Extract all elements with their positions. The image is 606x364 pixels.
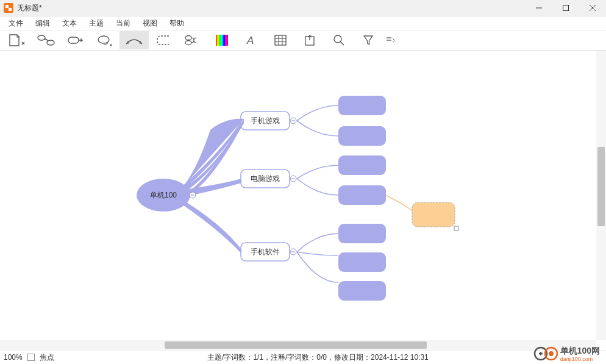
- new-sibling-topic-button[interactable]: [32, 31, 61, 49]
- close-button[interactable]: [579, 0, 606, 16]
- horizontal-scrollbar-thumb[interactable]: [165, 341, 427, 349]
- svg-point-9: [185, 36, 191, 40]
- menu-bar: 文件 编辑 文本 主题 当前 视图 帮助: [0, 16, 606, 30]
- focus-label: 焦点: [40, 352, 54, 363]
- watermark: 单机100网 danji100.com: [533, 343, 600, 364]
- svg-rect-1: [563, 5, 569, 11]
- child-2-label: 电脑游戏: [251, 174, 280, 183]
- svg-rect-6: [68, 37, 79, 43]
- export-button[interactable]: [295, 31, 324, 49]
- svg-point-10: [185, 41, 191, 45]
- mindmap-svg: 单机100 手机游戏 电脑游戏 手机软件: [0, 51, 596, 340]
- new-doc-button[interactable]: [2, 31, 32, 49]
- floating-topic-selected[interactable]: [412, 202, 455, 227]
- menu-topic[interactable]: 主题: [83, 17, 110, 30]
- status-info: 主题/字词数：1/1，注释/字词数：0/0，修改日期：2024-11-12 10…: [207, 352, 429, 363]
- svg-rect-13: [275, 35, 286, 45]
- window-title: 无标题*: [17, 3, 526, 13]
- svg-point-32: [549, 351, 554, 356]
- app-icon: [4, 3, 13, 13]
- menu-file[interactable]: 文件: [2, 17, 29, 30]
- zoom-button[interactable]: [324, 31, 354, 49]
- resize-handle[interactable]: [454, 226, 458, 230]
- relationship-link-button[interactable]: [119, 31, 149, 49]
- leaf-node[interactable]: [338, 126, 386, 146]
- svg-text:A: A: [246, 35, 254, 46]
- menu-current[interactable]: 当前: [110, 17, 137, 30]
- leaf-node[interactable]: [338, 224, 386, 243]
- menu-help[interactable]: 帮助: [163, 17, 190, 30]
- status-bar: 100% 焦点 主题/字词数：1/1，注释/字词数：0/0，修改日期：2024-…: [0, 350, 606, 364]
- toolbar-overflow-button[interactable]: [383, 31, 397, 49]
- menu-view[interactable]: 视图: [137, 17, 163, 30]
- svg-point-7: [98, 36, 109, 43]
- zoom-level[interactable]: 100%: [4, 353, 23, 362]
- filter-button[interactable]: [354, 31, 383, 49]
- focus-checkbox[interactable]: [27, 354, 35, 361]
- summary-button[interactable]: [178, 31, 207, 49]
- canvas[interactable]: 单机100 手机游戏 电脑游戏 手机软件: [0, 51, 596, 340]
- color-picker-button[interactable]: [207, 31, 237, 49]
- new-child-topic-button[interactable]: [61, 31, 90, 49]
- boundary-button[interactable]: [149, 31, 178, 49]
- child-3-label: 手机软件: [251, 248, 280, 256]
- child-1-label: 手机游戏: [251, 116, 280, 125]
- svg-point-4: [38, 35, 45, 40]
- leaf-node[interactable]: [338, 155, 386, 175]
- watermark-icon: [533, 346, 558, 362]
- floating-topic-button[interactable]: [90, 31, 119, 49]
- minimize-button[interactable]: [526, 0, 552, 16]
- leaf-node[interactable]: [338, 252, 386, 272]
- menu-edit[interactable]: 编辑: [29, 17, 56, 30]
- watermark-name: 单机100网: [560, 346, 600, 357]
- maximize-button[interactable]: [552, 0, 579, 16]
- svg-point-5: [47, 40, 54, 45]
- vertical-scrollbar[interactable]: [596, 51, 606, 340]
- svg-point-19: [334, 35, 341, 43]
- svg-rect-11: [216, 35, 228, 46]
- horizontal-scrollbar[interactable]: [0, 340, 596, 350]
- watermark-url: danji100.com: [560, 356, 600, 362]
- table-button[interactable]: [266, 31, 295, 49]
- menu-text[interactable]: 文本: [56, 17, 83, 30]
- svg-line-20: [341, 42, 344, 46]
- leaf-node[interactable]: [338, 96, 386, 115]
- title-bar: 无标题*: [0, 0, 606, 16]
- vertical-scrollbar-thumb[interactable]: [597, 147, 605, 226]
- leaf-node[interactable]: [338, 281, 386, 301]
- root-label: 单机100: [150, 191, 177, 199]
- font-button[interactable]: A: [237, 31, 266, 49]
- svg-point-8: [110, 45, 112, 46]
- leaf-node[interactable]: [338, 185, 386, 205]
- toolbar: A: [0, 30, 606, 51]
